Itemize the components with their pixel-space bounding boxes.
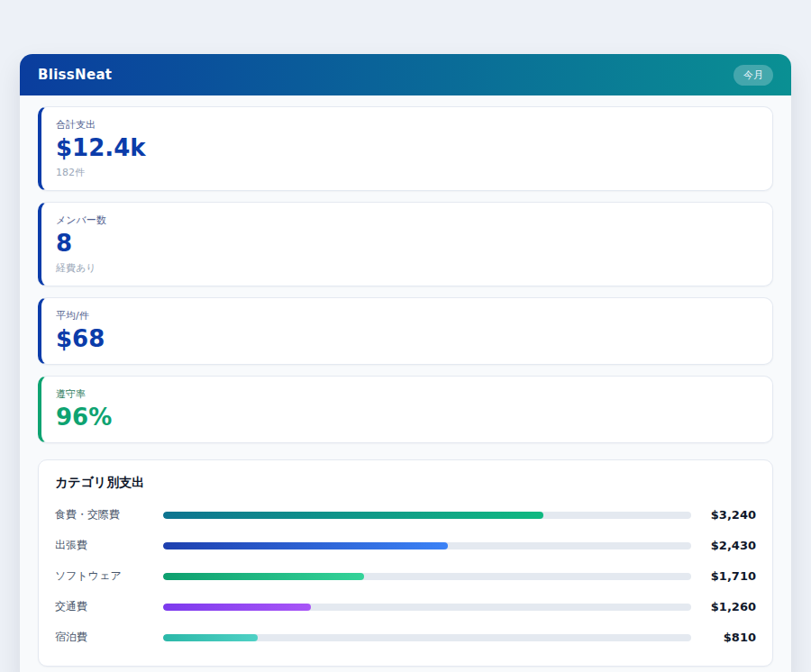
category-row: ソフトウェア $1,710 — [55, 561, 756, 592]
app-window: BlissNeat 今月 合計支出 $12.4k 182件 メンバー数 8 経費… — [20, 54, 791, 672]
app-title: BlissNeat — [38, 67, 112, 83]
category-value: $1,710 — [704, 569, 756, 583]
category-value: $810 — [704, 631, 756, 644]
category-value: $1,260 — [704, 600, 756, 613]
category-row: 食費・交際費 $3,240 — [55, 500, 756, 531]
stat-value: 96% — [56, 404, 758, 431]
bar-track — [163, 512, 691, 519]
bar-fill — [163, 634, 258, 641]
category-value: $2,430 — [704, 539, 756, 552]
stat-label: 遵守率 — [56, 387, 758, 401]
stat-value: $12.4k — [56, 135, 758, 162]
bar-track — [163, 604, 691, 611]
dashboard-content: 合計支出 $12.4k 182件 メンバー数 8 経費あり 平均/件 $68 遵… — [20, 95, 791, 667]
stat-card-average-per-item: 平均/件 $68 — [38, 297, 773, 365]
bar-fill — [163, 604, 311, 611]
category-row: 宿泊費 $810 — [55, 622, 756, 653]
stat-card-compliance-rate: 遵守率 96% — [38, 376, 773, 443]
stat-label: 合計支出 — [56, 118, 758, 132]
category-label: 宿泊費 — [55, 630, 163, 645]
stat-card-member-count: メンバー数 8 経費あり — [38, 202, 773, 286]
period-badge[interactable]: 今月 — [734, 65, 773, 86]
bar-track — [163, 634, 691, 641]
category-label: 食費・交際費 — [55, 507, 163, 522]
bar-track — [163, 542, 691, 549]
bar-track — [163, 573, 691, 580]
bar-fill — [163, 542, 448, 549]
category-row: 交通費 $1,260 — [55, 592, 756, 622]
category-row: 出張費 $2,430 — [55, 531, 756, 561]
bar-fill — [163, 573, 364, 580]
category-spending-title: カテゴリ別支出 — [55, 475, 756, 491]
stat-subtext: 経費あり — [56, 261, 758, 275]
category-value: $3,240 — [704, 508, 756, 522]
stat-label: 平均/件 — [56, 309, 758, 322]
stat-card-total-spend: 合計支出 $12.4k 182件 — [38, 106, 773, 191]
stat-value: $68 — [56, 326, 758, 353]
app-header: BlissNeat 今月 — [20, 54, 791, 95]
bar-fill — [163, 512, 543, 519]
stat-subtext: 182件 — [56, 166, 758, 179]
stat-label: メンバー数 — [56, 213, 758, 227]
category-label: 出張費 — [55, 538, 163, 553]
stat-value: 8 — [56, 231, 758, 258]
category-label: 交通費 — [55, 599, 163, 614]
category-label: ソフトウェア — [55, 568, 163, 584]
category-spending-card: カテゴリ別支出 食費・交際費 $3,240 出張費 $2,430 ソフトウェア — [38, 459, 773, 667]
